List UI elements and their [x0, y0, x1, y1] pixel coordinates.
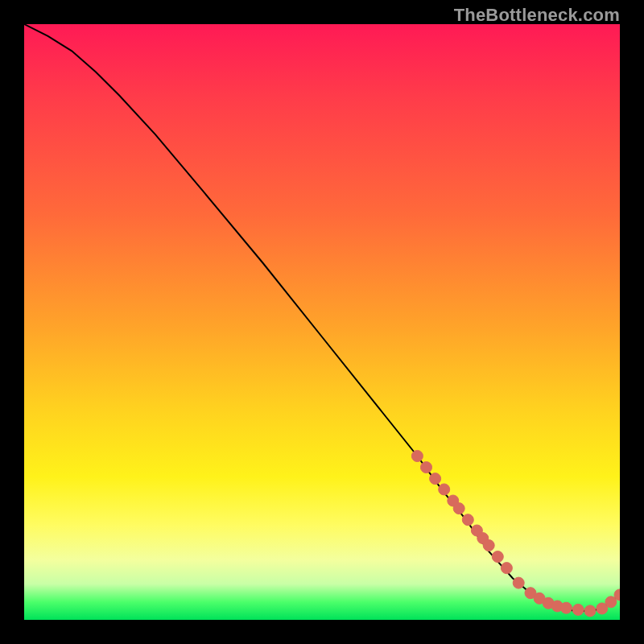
- data-marker: [560, 602, 572, 613]
- data-marker: [513, 577, 524, 588]
- data-marker: [462, 514, 473, 526]
- data-marker: [572, 604, 584, 615]
- data-marker: [492, 551, 503, 563]
- data-marker: [453, 503, 464, 514]
- plot-area: [24, 24, 620, 620]
- data-marker: [430, 473, 441, 485]
- watermark-text: TheBottleneck.com: [454, 5, 620, 26]
- data-marker: [439, 484, 450, 495]
- chart-overlay-svg: [24, 24, 620, 620]
- data-marker: [501, 563, 512, 574]
- main-curve: [24, 24, 620, 611]
- data-marker: [483, 540, 494, 551]
- data-marker: [584, 605, 596, 617]
- marker-cluster: [411, 451, 620, 617]
- chart-stage: TheBottleneck.com: [0, 0, 644, 644]
- data-marker: [421, 462, 432, 473]
- data-marker: [411, 451, 423, 462]
